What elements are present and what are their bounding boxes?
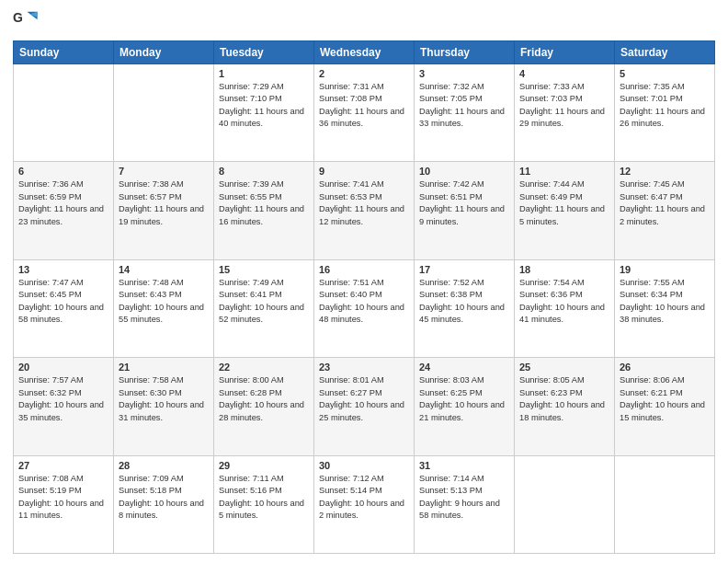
calendar-cell: 11Sunrise: 7:44 AMSunset: 6:49 PMDayligh…: [515, 162, 615, 259]
weekday-header-thursday: Thursday: [415, 41, 515, 64]
day-number: 8: [219, 166, 309, 177]
calendar-cell: 24Sunrise: 8:03 AMSunset: 6:25 PMDayligh…: [415, 358, 515, 455]
calendar-cell: 4Sunrise: 7:33 AMSunset: 7:03 PMDaylight…: [515, 64, 615, 162]
calendar-cell: [114, 64, 214, 162]
day-info: Sunrise: 8:00 AMSunset: 6:28 PMDaylight:…: [219, 374, 309, 424]
calendar-cell: 31Sunrise: 7:14 AMSunset: 5:13 PMDayligh…: [415, 455, 515, 553]
day-info: Sunrise: 7:57 AMSunset: 6:32 PMDaylight:…: [18, 374, 108, 424]
day-number: 11: [519, 166, 609, 177]
day-number: 3: [419, 68, 509, 79]
day-info: Sunrise: 7:31 AMSunset: 7:08 PMDaylight:…: [319, 81, 409, 131]
weekday-header-sunday: Sunday: [14, 41, 114, 64]
day-info: Sunrise: 7:09 AMSunset: 5:18 PMDaylight:…: [119, 473, 209, 523]
weekday-header-row: SundayMondayTuesdayWednesdayThursdayFrid…: [14, 41, 715, 64]
day-number: 12: [620, 166, 710, 177]
weekday-header-tuesday: Tuesday: [214, 41, 314, 64]
day-info: Sunrise: 8:05 AMSunset: 6:23 PMDaylight:…: [519, 374, 609, 424]
calendar-cell: 30Sunrise: 7:12 AMSunset: 5:14 PMDayligh…: [314, 455, 415, 553]
calendar-cell: 12Sunrise: 7:45 AMSunset: 6:47 PMDayligh…: [615, 162, 715, 259]
day-number: 18: [519, 264, 609, 275]
day-info: Sunrise: 8:06 AMSunset: 6:21 PMDaylight:…: [620, 374, 710, 424]
page: G SundayMondayTuesdayWednesdayThursdayFr…: [0, 0, 728, 563]
calendar-cell: 6Sunrise: 7:36 AMSunset: 6:59 PMDaylight…: [14, 162, 114, 259]
day-number: 7: [119, 166, 209, 177]
day-info: Sunrise: 7:29 AMSunset: 7:10 PMDaylight:…: [219, 81, 309, 131]
calendar-cell: 25Sunrise: 8:05 AMSunset: 6:23 PMDayligh…: [515, 358, 615, 455]
day-number: 30: [319, 460, 409, 471]
day-info: Sunrise: 7:14 AMSunset: 5:13 PMDaylight:…: [419, 473, 509, 523]
calendar-cell: [615, 455, 715, 553]
calendar-cell: 29Sunrise: 7:11 AMSunset: 5:16 PMDayligh…: [214, 455, 314, 553]
day-number: 23: [319, 362, 409, 373]
day-number: 20: [18, 362, 108, 373]
day-info: Sunrise: 7:36 AMSunset: 6:59 PMDaylight:…: [18, 178, 108, 228]
calendar-cell: 2Sunrise: 7:31 AMSunset: 7:08 PMDaylight…: [314, 64, 415, 162]
svg-text:G: G: [13, 10, 23, 25]
calendar-cell: 22Sunrise: 8:00 AMSunset: 6:28 PMDayligh…: [214, 358, 314, 455]
day-number: 31: [419, 460, 509, 471]
day-number: 17: [419, 264, 509, 275]
day-info: Sunrise: 7:48 AMSunset: 6:43 PMDaylight:…: [119, 277, 209, 327]
day-number: 24: [419, 362, 509, 373]
day-info: Sunrise: 7:38 AMSunset: 6:57 PMDaylight:…: [119, 178, 209, 228]
day-number: 26: [620, 362, 710, 373]
week-row-4: 20Sunrise: 7:57 AMSunset: 6:32 PMDayligh…: [14, 358, 715, 455]
day-info: Sunrise: 7:49 AMSunset: 6:41 PMDaylight:…: [219, 277, 309, 327]
calendar-cell: [14, 64, 114, 162]
day-number: 5: [620, 68, 710, 79]
calendar-cell: 13Sunrise: 7:47 AMSunset: 6:45 PMDayligh…: [14, 259, 114, 357]
day-number: 27: [18, 460, 108, 471]
day-info: Sunrise: 7:32 AMSunset: 7:05 PMDaylight:…: [419, 81, 509, 131]
day-number: 14: [119, 264, 209, 275]
calendar-cell: 17Sunrise: 7:52 AMSunset: 6:38 PMDayligh…: [415, 259, 515, 357]
day-info: Sunrise: 7:12 AMSunset: 5:14 PMDaylight:…: [319, 473, 409, 523]
day-info: Sunrise: 7:45 AMSunset: 6:47 PMDaylight:…: [620, 178, 710, 228]
day-info: Sunrise: 7:08 AMSunset: 5:19 PMDaylight:…: [18, 473, 108, 523]
week-row-2: 6Sunrise: 7:36 AMSunset: 6:59 PMDaylight…: [14, 162, 715, 259]
calendar-cell: 7Sunrise: 7:38 AMSunset: 6:57 PMDaylight…: [114, 162, 214, 259]
day-number: 2: [319, 68, 409, 79]
calendar-cell: 1Sunrise: 7:29 AMSunset: 7:10 PMDaylight…: [214, 64, 314, 162]
day-number: 29: [219, 460, 309, 471]
calendar-cell: 21Sunrise: 7:58 AMSunset: 6:30 PMDayligh…: [114, 358, 214, 455]
calendar-cell: 18Sunrise: 7:54 AMSunset: 6:36 PMDayligh…: [515, 259, 615, 357]
weekday-header-wednesday: Wednesday: [314, 41, 415, 64]
day-number: 6: [18, 166, 108, 177]
header: G: [13, 9, 715, 35]
calendar-cell: [515, 455, 615, 553]
day-number: 16: [319, 264, 409, 275]
day-info: Sunrise: 7:11 AMSunset: 5:16 PMDaylight:…: [219, 473, 309, 523]
day-info: Sunrise: 7:47 AMSunset: 6:45 PMDaylight:…: [18, 277, 108, 327]
weekday-header-monday: Monday: [114, 41, 214, 64]
day-info: Sunrise: 7:55 AMSunset: 6:34 PMDaylight:…: [620, 277, 710, 327]
day-info: Sunrise: 7:44 AMSunset: 6:49 PMDaylight:…: [519, 178, 609, 228]
calendar-cell: 20Sunrise: 7:57 AMSunset: 6:32 PMDayligh…: [14, 358, 114, 455]
logo-icon: G: [13, 9, 39, 35]
day-info: Sunrise: 7:39 AMSunset: 6:55 PMDaylight:…: [219, 178, 309, 228]
day-number: 13: [18, 264, 108, 275]
day-number: 19: [620, 264, 710, 275]
week-row-1: 1Sunrise: 7:29 AMSunset: 7:10 PMDaylight…: [14, 64, 715, 162]
day-info: Sunrise: 7:51 AMSunset: 6:40 PMDaylight:…: [319, 277, 409, 327]
calendar-cell: 10Sunrise: 7:42 AMSunset: 6:51 PMDayligh…: [415, 162, 515, 259]
calendar-cell: 19Sunrise: 7:55 AMSunset: 6:34 PMDayligh…: [615, 259, 715, 357]
day-number: 9: [319, 166, 409, 177]
logo: G: [13, 9, 42, 35]
weekday-header-friday: Friday: [515, 41, 615, 64]
day-number: 1: [219, 68, 309, 79]
day-number: 28: [119, 460, 209, 471]
week-row-5: 27Sunrise: 7:08 AMSunset: 5:19 PMDayligh…: [14, 455, 715, 553]
calendar-cell: 16Sunrise: 7:51 AMSunset: 6:40 PMDayligh…: [314, 259, 415, 357]
week-row-3: 13Sunrise: 7:47 AMSunset: 6:45 PMDayligh…: [14, 259, 715, 357]
day-number: 22: [219, 362, 309, 373]
day-info: Sunrise: 7:58 AMSunset: 6:30 PMDaylight:…: [119, 374, 209, 424]
day-info: Sunrise: 7:33 AMSunset: 7:03 PMDaylight:…: [519, 81, 609, 131]
calendar-cell: 15Sunrise: 7:49 AMSunset: 6:41 PMDayligh…: [214, 259, 314, 357]
calendar-cell: 27Sunrise: 7:08 AMSunset: 5:19 PMDayligh…: [14, 455, 114, 553]
calendar-cell: 3Sunrise: 7:32 AMSunset: 7:05 PMDaylight…: [415, 64, 515, 162]
calendar-cell: 26Sunrise: 8:06 AMSunset: 6:21 PMDayligh…: [615, 358, 715, 455]
calendar-cell: 28Sunrise: 7:09 AMSunset: 5:18 PMDayligh…: [114, 455, 214, 553]
calendar-cell: 9Sunrise: 7:41 AMSunset: 6:53 PMDaylight…: [314, 162, 415, 259]
day-number: 15: [219, 264, 309, 275]
calendar-cell: 14Sunrise: 7:48 AMSunset: 6:43 PMDayligh…: [114, 259, 214, 357]
